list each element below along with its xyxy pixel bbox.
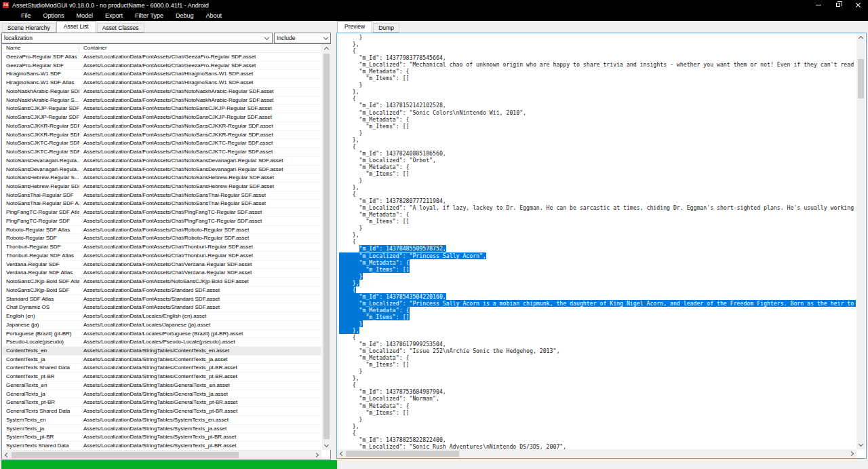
table-row[interactable]: GeezaPro-Regular SDFAssets/LocalizationD…: [2, 62, 321, 71]
scroll-down-icon[interactable]: [322, 441, 331, 450]
scrollbar-thumb[interactable]: [858, 59, 864, 98]
table-row[interactable]: GeneralTexts Shared DataAssets/Localizat…: [2, 407, 321, 416]
menu-item-file[interactable]: File: [15, 10, 37, 21]
table-row[interactable]: HiraginoSans-W1 SDF AtlasAssets/Localiza…: [2, 79, 321, 88]
scroll-right-icon[interactable]: [313, 451, 321, 459]
table-vertical-scrollbar[interactable]: [322, 44, 331, 450]
table-row[interactable]: NotoSansDevanagari-Regula...Assets/Local…: [2, 166, 321, 174]
cell-name: Roboto-Regular SDF Atlas: [2, 226, 79, 234]
scroll-up-icon[interactable]: [856, 33, 865, 42]
table-row[interactable]: SystemTexts_jaAssets/LocalizationData/St…: [2, 425, 321, 434]
table-row[interactable]: Verdana-Regular SDFAssets/LocalizationDa…: [2, 261, 321, 269]
table-row[interactable]: Thonburi-Regular SDFAssets/LocalizationD…: [2, 243, 321, 252]
table-row[interactable]: SystemTexts Shared DataAssets/Localizati…: [2, 442, 321, 451]
table-row[interactable]: ContentTexts_jaAssets/LocalizationData/S…: [2, 356, 321, 364]
table-row[interactable]: NotoSansCJKJP-Regular SDF ...Assets/Loca…: [2, 113, 321, 122]
table-row[interactable]: NotoSansHebrew-Regular S...Assets/Locali…: [2, 174, 321, 183]
table-row[interactable]: NotoSansCJKKR-Regular SDF...Assets/Local…: [2, 122, 321, 131]
column-header-container[interactable]: Container: [79, 44, 321, 52]
tab-asset-list[interactable]: Asset List: [56, 21, 96, 33]
preview-text[interactable]: } }, { "m_Id": 14377983778545664, "m_Loc…: [337, 34, 856, 449]
tab-preview[interactable]: Preview: [337, 21, 372, 33]
table-row[interactable]: NotoNaskhArabic-Regular SDFAssets/Locali…: [2, 88, 321, 96]
table-row[interactable]: Roboto-Regular SDFAssets/LocalizationDat…: [2, 234, 321, 243]
search-input[interactable]: localization: [1, 33, 273, 43]
table-row[interactable]: ContentTexts_pt-BRAssets/LocalizationDat…: [2, 373, 321, 381]
column-header-name[interactable]: Name: [2, 44, 79, 52]
table-row[interactable]: NotoSansCJKjp-Bold SDFAssets/Localizatio…: [2, 286, 321, 295]
table-row[interactable]: NotoSansCJKTC-Regular SDF...Assets/Local…: [2, 139, 321, 148]
table-row[interactable]: HiraginoSans-W1 SDFAssets/LocalizationDa…: [2, 70, 321, 79]
cell-container: Assets/LocalizationData/FontAssets/Chat/…: [79, 122, 321, 130]
tab-dump[interactable]: Dump: [373, 23, 399, 33]
filter-mode-select[interactable]: Include: [274, 33, 331, 43]
table-row[interactable]: SystemTexts_pt-BRAssets/LocalizationData…: [2, 433, 321, 442]
table-row[interactable]: NotoSansCJKjp-Bold SDF AtlasAssets/Local…: [2, 278, 321, 286]
table-row[interactable]: SystemTexts_enAssets/LocalizationData/St…: [2, 416, 321, 425]
menu-item-options[interactable]: Options: [37, 10, 71, 21]
table-row[interactable]: GeneralTexts_jaAssets/LocalizationData/S…: [2, 390, 321, 399]
cell-name: GeezaPro-Regular SDF: [2, 62, 79, 70]
table-row[interactable]: NotoSansThai-Regular SDFAssets/Localizat…: [2, 191, 321, 200]
cell-name: ContentTexts_pt-BR: [2, 373, 79, 381]
table-row[interactable]: Pseudo-Locale(pseudo)Assets/Localization…: [2, 338, 321, 347]
table-row[interactable]: Standard SDF AtlasAssets/LocalizationDat…: [2, 295, 321, 304]
table-row[interactable]: GeneralTexts_enAssets/LocalizationData/S…: [2, 381, 321, 390]
scrollbar-thumb[interactable]: [346, 451, 459, 457]
app-window: AS AssetStudioModGUI v0.18.0.0 - no prod…: [0, 0, 868, 469]
table-row[interactable]: Chat Dynamic OSAssets/LocalizationData/F…: [2, 303, 321, 312]
table-horizontal-scrollbar[interactable]: [2, 450, 321, 459]
code-line: {: [339, 238, 856, 245]
code-line: },: [339, 375, 856, 381]
tab-asset-classes[interactable]: Asset Classes: [97, 23, 144, 33]
scroll-left-icon[interactable]: [2, 451, 11, 459]
table-row[interactable]: Verdana-Regular SDF AtlasAssets/Localiza…: [2, 269, 321, 278]
scroll-left-icon[interactable]: [337, 449, 346, 458]
tab-scene-hierarchy[interactable]: Scene Hierarchy: [2, 23, 56, 33]
table-row[interactable]: ContentTexts_enAssets/LocalizationData/S…: [2, 347, 321, 356]
scrollbar-thumb[interactable]: [323, 54, 330, 439]
table-row[interactable]: ContentTexts Shared DataAssets/Localizat…: [2, 364, 321, 373]
table-row[interactable]: Portuguese (Brazil) (pt-BR)Assets/Locali…: [2, 330, 321, 339]
table-row[interactable]: Roboto-Regular SDF AtlasAssets/Localizat…: [2, 226, 321, 235]
scrollbar-thumb[interactable]: [12, 452, 239, 458]
menu-item-debug[interactable]: Debug: [170, 10, 200, 21]
cell-container: Assets/LocalizationData/StringTables/Gen…: [79, 381, 321, 390]
minimize-button[interactable]: [809, 0, 829, 10]
search-dropdown-chevron-icon[interactable]: [265, 36, 269, 40]
table-row[interactable]: NotoSansHebrew-Regular SDFAssets/Localiz…: [2, 183, 321, 191]
table-row[interactable]: Japanese (ja)Assets/LocalizationData/Loc…: [2, 321, 321, 330]
table-row[interactable]: PingFangTC-Regular SDFAssets/Localizatio…: [2, 217, 321, 226]
menu-item-about[interactable]: About: [199, 10, 228, 21]
table-row[interactable]: NotoSansCJKKR-Regular SDFAssets/Localiza…: [2, 131, 321, 140]
cell-name: SystemTexts_en: [2, 416, 79, 424]
restore-button[interactable]: [829, 0, 848, 10]
filter-mode-chevron-icon[interactable]: [324, 36, 328, 40]
menu-item-export[interactable]: Export: [99, 10, 129, 21]
table-row[interactable]: PingFangTC-Regular SDF AtlasAssets/Local…: [2, 208, 321, 217]
cell-container: Assets/LocalizationData/FontAssets/Chat/…: [79, 131, 321, 139]
table-row[interactable]: English (en)Assets/LocalizationData/Loca…: [2, 312, 321, 321]
table-row[interactable]: NotoSansCJKJP-Regular SDFAssets/Localiza…: [2, 105, 321, 113]
cell-name: English (en): [2, 312, 79, 320]
code-line: "m_Metadata": {: [339, 402, 856, 409]
table-row[interactable]: GeezaPro-Regular SDF AtlasAssets/Localiz…: [2, 53, 321, 62]
table-row[interactable]: Thonburi-Regular SDF AtlasAssets/Localiz…: [2, 252, 321, 261]
preview-horizontal-scrollbar[interactable]: [337, 449, 856, 458]
table-row[interactable]: GeneralTexts_pt-BRAssets/LocalizationDat…: [2, 398, 321, 407]
scroll-down-icon[interactable]: [856, 440, 865, 449]
table-row[interactable]: NotoSansCJKTC-Regular SDFAssets/Localiza…: [2, 148, 321, 157]
code-line: },: [339, 327, 856, 334]
restore-icon: [836, 3, 840, 7]
table-row[interactable]: NotoSansDevanagari-Regula...Assets/Local…: [2, 157, 321, 166]
scroll-up-icon[interactable]: [322, 44, 331, 53]
code-line: "m_Metadata": {: [339, 259, 856, 266]
menu-item-filter-type[interactable]: Filter Type: [129, 10, 170, 21]
table-row[interactable]: NotoNaskhArabic-Regular S...Assets/Local…: [2, 96, 321, 105]
menu-item-model[interactable]: Model: [71, 10, 100, 21]
code-line: {: [339, 48, 856, 54]
close-button[interactable]: [848, 0, 868, 10]
scroll-right-icon[interactable]: [848, 449, 856, 458]
table-row[interactable]: NotoSansThai-Regular SDF A...Assets/Loca…: [2, 200, 321, 208]
preview-vertical-scrollbar[interactable]: [856, 33, 865, 449]
